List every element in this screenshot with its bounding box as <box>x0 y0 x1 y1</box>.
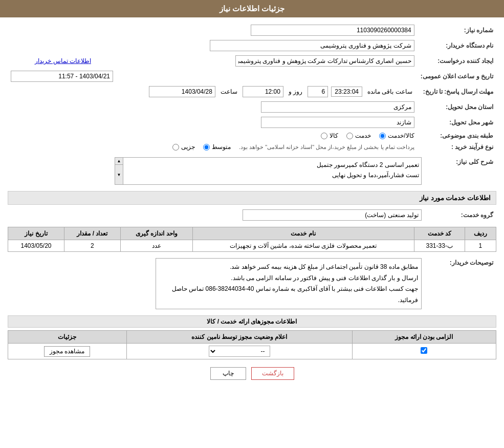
service-group-table: گروه خدمت: <box>8 207 496 223</box>
license-table: الزامی بودن ارائه مجوز اعلام وضعیت مجوز … <box>8 330 496 359</box>
purchase-motavasset-label[interactable]: متوسط <box>203 143 231 151</box>
description-content: تعمیر اساسی 2 دستگاه کمپرسور جتمیل تست ف… <box>123 158 421 184</box>
buyer-station-label: نام دستگاه خریدار: <box>418 38 496 53</box>
category-kala-text: کالا <box>330 132 338 139</box>
reply-time-label: ساعت <box>221 88 237 95</box>
description-line1: تعمیر اساسی 2 دستگاه کمپرسور جتمیل <box>125 160 419 170</box>
category-kala-radio[interactable] <box>321 133 327 139</box>
description-line2: تست فشار،آمپر،دما و تحویل نهایی <box>125 170 419 180</box>
footer-buttons: بازگشت چاپ <box>8 367 496 380</box>
cell-mandatory <box>352 344 496 359</box>
reply-time-input[interactable] <box>243 86 283 97</box>
delivery-city-input[interactable] <box>261 117 414 128</box>
notes-table: توصیحات خریدار: مطابق ماده 38 قانون تأمی… <box>8 256 496 311</box>
back-button[interactable]: بازگشت <box>251 367 294 380</box>
cell-need-date: 1403/05/20 <box>8 240 64 252</box>
cell-details: مشاهده مجوز <box>8 344 127 359</box>
category-khedmat-text: خدمت <box>355 132 371 139</box>
cell-unit: عدد <box>120 240 192 252</box>
purchase-jozi-label[interactable]: جزیی <box>172 143 195 151</box>
delivery-province-label: استان محل تحویل: <box>418 99 496 115</box>
reply-remaining-label: ساعت باقی مانده <box>367 88 412 95</box>
page-wrapper: جزئیات اطلاعات نیاز شماره نیاز: نام دستگ… <box>0 0 504 448</box>
services-table: ردیف کد خدمت نام خدمت واحد اندازه گیری ت… <box>8 227 496 252</box>
category-khedmat-label[interactable]: خدمت <box>346 132 371 139</box>
purchase-jozi-text: جزیی <box>181 143 195 151</box>
scroll-up-btn[interactable]: ▲ <box>115 158 123 165</box>
announce-datetime-input[interactable] <box>11 71 113 82</box>
buyer-notes-label: توصیحات خریدار: <box>425 256 496 311</box>
notes-line3: جهت کسب اطلاعات فنی بیشتر با آقای آقاکبر… <box>159 284 418 306</box>
delivery-city-label: شهر محل تحویل: <box>418 115 496 130</box>
delivery-province-input[interactable] <box>261 101 414 113</box>
license-section-title: اطلاعات مجوزهای ارائه خدمت / کالا <box>8 315 496 328</box>
page-title: جزئیات اطلاعات نیاز <box>220 4 284 13</box>
scroll-controls: ▲ ▼ <box>115 158 123 184</box>
status-select[interactable]: -- <box>209 346 270 357</box>
notes-line1: مطابق ماده 38 قانون تأمین اجتماعی از مبل… <box>159 262 418 273</box>
cell-status-declaration: -- <box>126 344 352 359</box>
purchase-type-description: پرداخت تمام یا بخشی از مبلغ خرید،از محل … <box>239 144 414 151</box>
col-service-code: کد خدمت <box>414 227 465 240</box>
need-number-input[interactable] <box>251 25 414 36</box>
category-both-label[interactable]: کالا/خدمت <box>379 132 414 139</box>
cell-quantity: 2 <box>64 240 120 252</box>
col-status-declaration: اعلام وضعیت مجوز توسط نامین کننده <box>126 331 352 344</box>
need-number-label: شماره نیاز: <box>418 23 496 38</box>
purchase-type-label: نوع فرآیند خرید : <box>418 141 496 153</box>
scroll-down-btn[interactable]: ▼ <box>115 165 123 184</box>
col-mandatory: الزامی بودن ارائه مجوز <box>352 331 496 344</box>
category-both-text: کالا/خدمت <box>388 132 414 139</box>
services-section-title: اطلاعات خدمات مورد نیاز <box>8 191 496 205</box>
category-kala-label[interactable]: کالا <box>321 132 338 139</box>
reply-date-input[interactable] <box>149 86 215 97</box>
description-wrapper: تعمیر اساسی 2 دستگاه کمپرسور جتمیل تست ف… <box>115 157 422 185</box>
buyer-station-input[interactable] <box>210 40 414 51</box>
license-row: -- مشاهده مجوز <box>8 344 496 359</box>
purchase-jozi-radio[interactable] <box>172 144 179 151</box>
creator-label: ایجاد کننده درخواست: <box>418 53 496 69</box>
main-info-table: شماره نیاز: نام دستگاه خریدار: ایجاد کنن… <box>8 23 496 153</box>
category-both-radio[interactable] <box>379 133 386 139</box>
purchase-motavasset-radio[interactable] <box>203 144 210 151</box>
creator-input[interactable] <box>235 55 414 67</box>
reply-deadline-label: مهلت ارسال پاسخ: تا تاریخ: <box>418 84 496 99</box>
description-table: شرح کلی نیاز: تعمیر اساسی 2 دستگاه کمپرس… <box>8 155 496 187</box>
category-khedmat-radio[interactable] <box>346 133 353 139</box>
reply-days-input[interactable] <box>308 86 328 97</box>
service-group-input[interactable] <box>243 209 422 221</box>
notes-line2: ارسال و بار گذاری اطلاعات فنی و پیش فاکت… <box>159 273 418 284</box>
need-description-label: شرح کلی نیاز: <box>425 155 496 187</box>
cell-service-code: ب-33-331 <box>414 240 465 252</box>
print-button[interactable]: چاپ <box>210 367 246 380</box>
contact-link[interactable]: اطلاعات تماس خریدار <box>35 57 91 65</box>
reply-remaining-value: 23:23:04 <box>331 87 362 97</box>
col-unit: واحد اندازه گیری <box>120 227 192 240</box>
reply-days-label: روز و <box>289 88 302 95</box>
col-row-num: ردیف <box>465 227 496 240</box>
page-header: جزئیات اطلاعات نیاز <box>0 0 504 17</box>
col-need-date: تاریخ نیاز <box>8 227 64 240</box>
col-quantity: تعداد / مقدار <box>64 227 120 240</box>
service-group-label: گروه خدمت: <box>425 207 496 223</box>
cell-service-name: تعمیر محصولات فلزی ساخته شده، ماشین آلات… <box>192 240 414 252</box>
view-license-button[interactable]: مشاهده مجوز <box>44 346 90 357</box>
category-label: طبقه بندی موضوعی: <box>418 130 496 141</box>
purchase-motavasset-text: متوسط <box>212 143 231 151</box>
content-area: شماره نیاز: نام دستگاه خریدار: ایجاد کنن… <box>0 17 504 393</box>
mandatory-checkbox[interactable] <box>421 347 427 354</box>
col-details: جزئیات <box>8 331 127 344</box>
table-row: 1 ب-33-331 تعمیر محصولات فلزی ساخته شده،… <box>8 240 496 252</box>
buyer-notes-content: مطابق ماده 38 قانون تأمین اجتماعی از مبل… <box>156 258 422 309</box>
cell-row-num: 1 <box>465 240 496 252</box>
announce-datetime-label: تاریخ و ساعت اعلان عمومی: <box>418 69 496 84</box>
col-service-name: نام خدمت <box>192 227 414 240</box>
